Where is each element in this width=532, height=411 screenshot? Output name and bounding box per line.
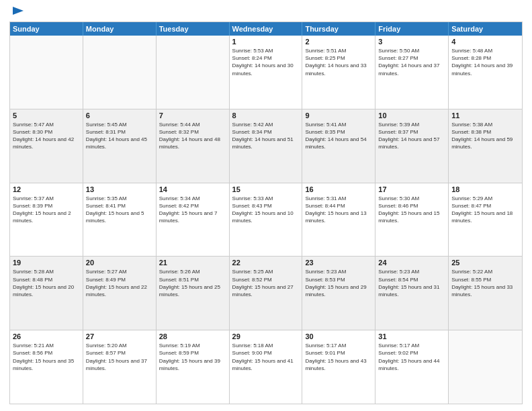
day-number: 25	[451, 259, 519, 267]
cell-daylight-info: Sunrise: 5:51 AM Sunset: 8:25 PM Dayligh…	[305, 47, 372, 77]
day-number: 30	[305, 332, 372, 340]
calendar-row-0: 1Sunrise: 5:53 AM Sunset: 8:24 PM Daylig…	[10, 36, 522, 109]
cell-daylight-info: Sunrise: 5:47 AM Sunset: 8:30 PM Dayligh…	[13, 121, 80, 151]
cell-daylight-info: Sunrise: 5:29 AM Sunset: 8:47 PM Dayligh…	[451, 195, 519, 225]
calendar-cell: 5Sunrise: 5:47 AM Sunset: 8:30 PM Daylig…	[10, 109, 83, 183]
day-number: 26	[13, 332, 80, 340]
cell-daylight-info: Sunrise: 5:41 AM Sunset: 8:35 PM Dayligh…	[305, 121, 372, 151]
day-number: 18	[451, 185, 519, 193]
cell-daylight-info: Sunrise: 5:42 AM Sunset: 8:34 PM Dayligh…	[232, 121, 300, 151]
logo	[9, 7, 25, 16]
cell-daylight-info: Sunrise: 5:35 AM Sunset: 8:41 PM Dayligh…	[86, 195, 153, 225]
calendar-row-2: 12Sunrise: 5:37 AM Sunset: 8:39 PM Dayli…	[10, 183, 522, 257]
header-day-saturday: Saturday	[449, 22, 522, 36]
calendar-cell: 10Sunrise: 5:39 AM Sunset: 8:37 PM Dayli…	[375, 109, 449, 183]
cell-daylight-info: Sunrise: 5:20 AM Sunset: 8:57 PM Dayligh…	[86, 342, 153, 372]
logo-text	[9, 7, 25, 16]
day-number: 1	[232, 38, 300, 46]
calendar-cell: 18Sunrise: 5:29 AM Sunset: 8:47 PM Dayli…	[449, 183, 522, 257]
day-number: 3	[378, 38, 445, 46]
calendar-row-1: 5Sunrise: 5:47 AM Sunset: 8:30 PM Daylig…	[10, 109, 522, 183]
cell-daylight-info: Sunrise: 5:22 AM Sunset: 8:55 PM Dayligh…	[451, 268, 519, 298]
calendar-cell: 3Sunrise: 5:50 AM Sunset: 8:27 PM Daylig…	[375, 36, 449, 109]
calendar-cell: 22Sunrise: 5:25 AM Sunset: 8:52 PM Dayli…	[230, 257, 303, 330]
header-day-sunday: Sunday	[10, 22, 83, 36]
calendar-cell: 16Sunrise: 5:31 AM Sunset: 8:44 PM Dayli…	[302, 183, 375, 257]
day-number: 21	[159, 259, 226, 267]
cell-daylight-info: Sunrise: 5:50 AM Sunset: 8:27 PM Dayligh…	[378, 47, 445, 77]
header-day-monday: Monday	[83, 22, 157, 36]
cell-daylight-info: Sunrise: 5:39 AM Sunset: 8:37 PM Dayligh…	[378, 121, 445, 151]
cell-daylight-info: Sunrise: 5:21 AM Sunset: 8:56 PM Dayligh…	[13, 342, 80, 372]
day-number: 24	[378, 259, 445, 267]
cell-daylight-info: Sunrise: 5:19 AM Sunset: 8:59 PM Dayligh…	[159, 342, 226, 372]
day-number: 22	[232, 259, 300, 267]
calendar-cell	[10, 36, 83, 109]
calendar-cell: 8Sunrise: 5:42 AM Sunset: 8:34 PM Daylig…	[230, 109, 303, 183]
day-number: 16	[305, 185, 372, 193]
calendar-body: 1Sunrise: 5:53 AM Sunset: 8:24 PM Daylig…	[10, 36, 522, 404]
day-number: 12	[13, 185, 80, 193]
day-number: 2	[305, 38, 372, 46]
calendar-cell: 28Sunrise: 5:19 AM Sunset: 8:59 PM Dayli…	[157, 330, 230, 404]
calendar-cell: 21Sunrise: 5:26 AM Sunset: 8:51 PM Dayli…	[157, 257, 230, 330]
day-number: 9	[305, 111, 372, 120]
page: SundayMondayTuesdayWednesdayThursdayFrid…	[0, 0, 532, 411]
day-number: 6	[86, 111, 153, 120]
calendar-cell: 23Sunrise: 5:23 AM Sunset: 8:53 PM Dayli…	[302, 257, 375, 330]
day-number: 23	[305, 259, 372, 267]
calendar-cell: 9Sunrise: 5:41 AM Sunset: 8:35 PM Daylig…	[302, 109, 375, 183]
cell-daylight-info: Sunrise: 5:17 AM Sunset: 9:02 PM Dayligh…	[378, 342, 445, 372]
cell-daylight-info: Sunrise: 5:17 AM Sunset: 9:01 PM Dayligh…	[305, 342, 372, 372]
calendar-row-4: 26Sunrise: 5:21 AM Sunset: 8:56 PM Dayli…	[10, 330, 522, 404]
header-day-thursday: Thursday	[302, 22, 375, 36]
cell-daylight-info: Sunrise: 5:48 AM Sunset: 8:28 PM Dayligh…	[451, 47, 519, 77]
calendar-cell: 31Sunrise: 5:17 AM Sunset: 9:02 PM Dayli…	[375, 330, 449, 404]
cell-daylight-info: Sunrise: 5:33 AM Sunset: 8:43 PM Dayligh…	[232, 195, 300, 225]
day-number: 19	[13, 259, 80, 267]
calendar-cell: 13Sunrise: 5:35 AM Sunset: 8:41 PM Dayli…	[83, 183, 157, 257]
calendar-cell: 29Sunrise: 5:18 AM Sunset: 9:00 PM Dayli…	[230, 330, 303, 404]
calendar-cell: 26Sunrise: 5:21 AM Sunset: 8:56 PM Dayli…	[10, 330, 83, 404]
cell-daylight-info: Sunrise: 5:45 AM Sunset: 8:31 PM Dayligh…	[86, 121, 153, 151]
calendar: SundayMondayTuesdayWednesdayThursdayFrid…	[9, 21, 523, 404]
calendar-cell: 1Sunrise: 5:53 AM Sunset: 8:24 PM Daylig…	[230, 36, 303, 109]
cell-daylight-info: Sunrise: 5:28 AM Sunset: 8:48 PM Dayligh…	[13, 268, 80, 298]
cell-daylight-info: Sunrise: 5:27 AM Sunset: 8:49 PM Dayligh…	[86, 268, 153, 298]
cell-daylight-info: Sunrise: 5:26 AM Sunset: 8:51 PM Dayligh…	[159, 268, 226, 298]
calendar-cell: 6Sunrise: 5:45 AM Sunset: 8:31 PM Daylig…	[83, 109, 157, 183]
cell-daylight-info: Sunrise: 5:25 AM Sunset: 8:52 PM Dayligh…	[232, 268, 300, 298]
day-number: 28	[159, 332, 226, 340]
svg-marker-0	[13, 7, 24, 15]
calendar-cell	[449, 330, 522, 404]
day-number: 10	[378, 111, 445, 120]
cell-daylight-info: Sunrise: 5:53 AM Sunset: 8:24 PM Dayligh…	[232, 47, 300, 77]
day-number: 17	[378, 185, 445, 193]
cell-daylight-info: Sunrise: 5:44 AM Sunset: 8:32 PM Dayligh…	[159, 121, 226, 151]
calendar-cell: 20Sunrise: 5:27 AM Sunset: 8:49 PM Dayli…	[83, 257, 157, 330]
logo-flag-icon	[10, 5, 25, 19]
calendar-cell: 25Sunrise: 5:22 AM Sunset: 8:55 PM Dayli…	[449, 257, 522, 330]
day-number: 31	[378, 332, 445, 340]
day-number: 4	[451, 38, 519, 46]
day-number: 15	[232, 185, 300, 193]
cell-daylight-info: Sunrise: 5:23 AM Sunset: 8:53 PM Dayligh…	[305, 268, 372, 298]
day-number: 27	[86, 332, 153, 340]
calendar-cell: 30Sunrise: 5:17 AM Sunset: 9:01 PM Dayli…	[302, 330, 375, 404]
calendar-cell: 12Sunrise: 5:37 AM Sunset: 8:39 PM Dayli…	[10, 183, 83, 257]
calendar-cell: 19Sunrise: 5:28 AM Sunset: 8:48 PM Dayli…	[10, 257, 83, 330]
header-day-friday: Friday	[375, 22, 449, 36]
cell-daylight-info: Sunrise: 5:31 AM Sunset: 8:44 PM Dayligh…	[305, 195, 372, 225]
cell-daylight-info: Sunrise: 5:18 AM Sunset: 9:00 PM Dayligh…	[232, 342, 300, 372]
cell-daylight-info: Sunrise: 5:23 AM Sunset: 8:54 PM Dayligh…	[378, 268, 445, 298]
calendar-cell: 15Sunrise: 5:33 AM Sunset: 8:43 PM Dayli…	[230, 183, 303, 257]
cell-daylight-info: Sunrise: 5:38 AM Sunset: 8:38 PM Dayligh…	[451, 121, 519, 151]
calendar-cell: 24Sunrise: 5:23 AM Sunset: 8:54 PM Dayli…	[375, 257, 449, 330]
header-day-wednesday: Wednesday	[230, 22, 303, 36]
calendar-cell	[157, 36, 230, 109]
header-day-tuesday: Tuesday	[157, 22, 230, 36]
day-number: 20	[86, 259, 153, 267]
calendar-row-3: 19Sunrise: 5:28 AM Sunset: 8:48 PM Dayli…	[10, 257, 522, 330]
calendar-cell	[83, 36, 157, 109]
calendar-cell: 4Sunrise: 5:48 AM Sunset: 8:28 PM Daylig…	[449, 36, 522, 109]
